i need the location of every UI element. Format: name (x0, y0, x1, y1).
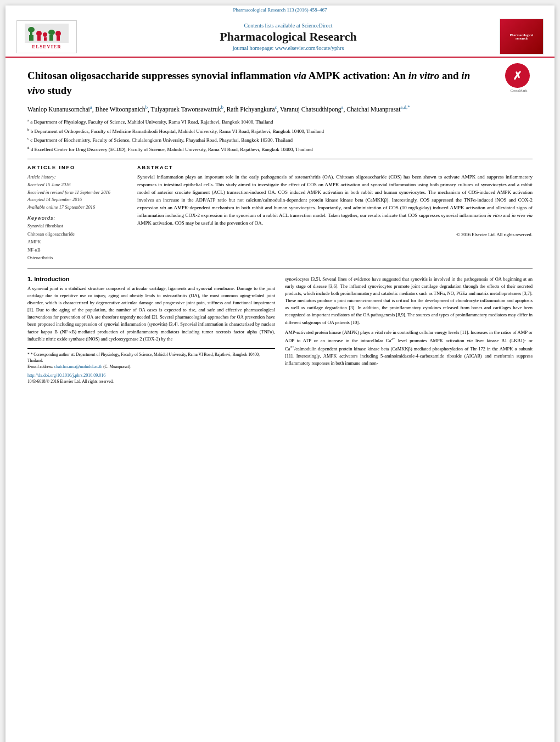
doi-value: http://dx.doi.org/10.1016/j.phrs.2016.09… (27, 373, 105, 378)
doi-link[interactable]: http://dx.doi.org/10.1016/j.phrs.2016.09… (27, 373, 275, 378)
article-info-column: ARTICLE INFO Article history: Received 1… (27, 165, 126, 261)
revised-date: Received in revised form 11 September 20… (27, 189, 110, 195)
svg-rect-3 (37, 36, 41, 41)
intro-paragraph-1: A synovial joint is a stabilized structu… (27, 285, 275, 343)
keyword-4: NF-κB (27, 246, 126, 254)
affiliations: a a Department of Physiology, Faculty of… (27, 118, 533, 153)
affiliation-c: c c Department of Biochemistry, Faculty … (27, 136, 533, 144)
journal-title: Pharmacological Research (88, 30, 489, 44)
page-reference: Pharmacological Research 113 (2016) 458–… (5, 5, 555, 14)
svg-point-10 (55, 31, 61, 36)
svg-rect-5 (44, 37, 47, 41)
cover-text: Pharmacologicalresearch (509, 32, 535, 41)
email-address[interactable]: chatchai.mua@mahidol.ac.th (54, 364, 103, 369)
journal-cover-image: Pharmacologicalresearch (500, 19, 544, 54)
keywords-label-text: Keywords: (27, 215, 55, 221)
article-page: Pharmacological Research 113 (2016) 458–… (5, 5, 555, 742)
issn-notice: 1043-6618/© 2016 Elsevier Ltd. All right… (27, 379, 275, 384)
body-left-column: 1. Introduction A synovial joint is a st… (27, 276, 275, 384)
svg-point-4 (36, 31, 42, 36)
corresponding-text: * Corresponding author at: Department of… (27, 352, 260, 363)
sciencedirect-text: Contents lists available at ScienceDirec… (244, 23, 332, 29)
keyword-5: Osteoarthritis (27, 254, 126, 261)
svg-point-8 (48, 30, 55, 35)
keyword-3: AMPK (27, 238, 126, 246)
article-info-title: ARTICLE INFO (27, 165, 126, 170)
history-label: Article history: (27, 174, 56, 180)
authors: Wanlop Kunanusornchaia, Bhee Witoonpanic… (27, 103, 533, 114)
footnote-area: * * Corresponding author at: Department … (27, 348, 275, 384)
copyright-notice: © 2016 Elsevier Ltd. All rights reserved… (137, 232, 533, 237)
elsevier-logo-image (25, 24, 69, 43)
abstract-text: Synovial inflammation plays an important… (137, 174, 533, 227)
intro-paragraph-2: synoviocytes [3,5]. Several lines of evi… (285, 276, 533, 326)
homepage-label: journal homepage: (233, 45, 274, 51)
affiliation-b: b b Department of Orthopedics, Faculty o… (27, 127, 533, 136)
article-info-abstract: ARTICLE INFO Article history: Received 1… (27, 165, 533, 261)
elsevier-brand-text: ELSEVIER (32, 44, 61, 49)
sciencedirect-link[interactable]: Contents lists available at ScienceDirec… (88, 23, 489, 29)
intro-paragraph-3: AMP-activated protein kinase (AMPK) play… (285, 329, 533, 367)
keywords-list: Synovial fibroblast Chitosan oligosaccha… (27, 222, 126, 261)
abstract-title: ABSTRACT (137, 165, 533, 170)
corresponding-footnote: * * Corresponding author at: Department … (27, 352, 275, 364)
received-date: Received 15 June 2016 (27, 182, 71, 187)
elsevier-logo: ELSEVIER (16, 20, 77, 53)
affiliation-a: a a Department of Physiology, Faculty of… (27, 118, 533, 126)
keywords-title: Keywords: (27, 215, 126, 221)
keyword-1: Synovial fibroblast (27, 222, 126, 230)
email-label: E-mail address: (27, 364, 53, 369)
svg-point-6 (43, 32, 47, 37)
svg-rect-7 (49, 35, 53, 41)
body-right-column: synoviocytes [3,5]. Several lines of evi… (285, 276, 533, 384)
body-content: 1. Introduction A synovial joint is a st… (27, 276, 533, 384)
article-content: ✗ CrossMark Chitosan oligosaccharide sup… (5, 58, 555, 395)
page-ref-text: Pharmacological Research 113 (2016) 458–… (233, 7, 327, 13)
email-footnote: E-mail address: chatchai.mua@mahidol.ac.… (27, 364, 275, 370)
abstract-column: ABSTRACT Synovial inflammation plays an … (137, 165, 533, 261)
crossmark-badge[interactable]: ✗ CrossMark (505, 63, 533, 91)
section-divider-2 (27, 269, 533, 269)
crossmark-icon: ✗ (505, 63, 530, 88)
section-divider-1 (27, 159, 533, 159)
journal-center-header: Contents lists available at ScienceDirec… (77, 23, 500, 51)
svg-rect-9 (57, 36, 60, 41)
article-history: Article history: Received 15 June 2016 R… (27, 174, 126, 211)
svg-point-2 (28, 27, 35, 32)
crossmark-label: CrossMark (505, 88, 533, 93)
journal-header: ELSEVIER Contents lists available at Sci… (5, 14, 555, 57)
homepage-url[interactable]: www.elsevier.com/locate/yphrs (275, 45, 344, 51)
accepted-date: Accepted 14 September 2016 (27, 197, 82, 202)
available-date: Available online 17 September 2016 (27, 204, 95, 210)
article-title: Chitosan oligosaccharide suppresses syno… (27, 69, 478, 98)
email-suffix: (C. Muanprasat). (103, 364, 131, 369)
journal-homepage: journal homepage: www.elsevier.com/locat… (88, 45, 489, 51)
keyword-2: Chitosan oligosaccharide (27, 230, 126, 238)
affiliation-d: d d Excellent Center for Drug Discovery … (27, 145, 533, 154)
intro-section-title: 1. Introduction (27, 276, 275, 282)
elsevier-tree-icon (26, 25, 68, 42)
